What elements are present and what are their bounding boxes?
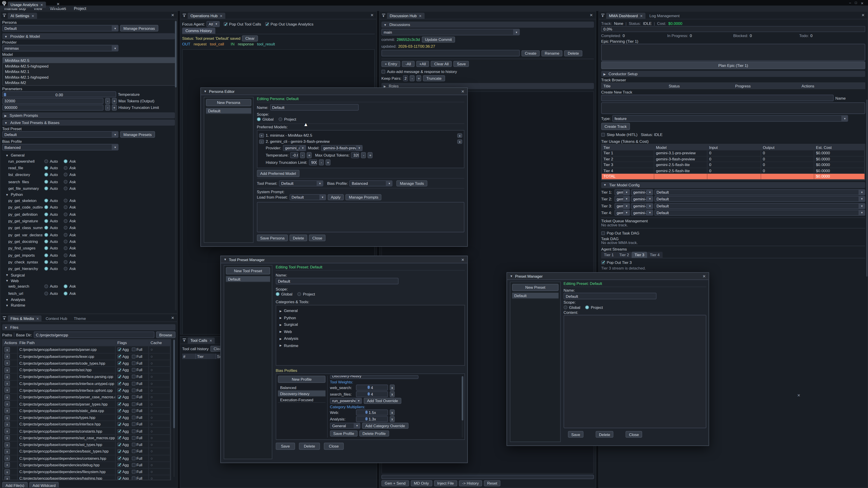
ask-radio[interactable] — [64, 260, 68, 264]
category-item[interactable]: ▶General — [278, 307, 463, 314]
full-checkbox[interactable] — [131, 361, 135, 365]
dialog-close-icon[interactable]: ✕ — [461, 90, 464, 94]
auto-radio[interactable] — [44, 159, 48, 163]
dialog-close-icon[interactable]: ✕ — [703, 274, 706, 279]
scope-project-radio[interactable] — [298, 292, 301, 296]
remove-file-button[interactable]: x — [4, 354, 10, 359]
category-item[interactable]: ▶Analysis — [278, 335, 463, 342]
ask-radio[interactable] — [64, 213, 68, 216]
minus-all-button[interactable]: -All — [402, 61, 414, 67]
agg-checkbox[interactable] — [117, 449, 121, 453]
decrement-button[interactable]: - — [361, 152, 366, 158]
tab-mma-dashboard[interactable]: MMA Dashboard✕ — [606, 13, 646, 19]
web-search-weight-slider[interactable]: 4 — [356, 384, 388, 390]
inject-file-button[interactable]: Inject File — [434, 480, 457, 486]
pm-model-dropdown[interactable]: gemini-3-flash-preview▼ — [321, 145, 363, 151]
files-section[interactable]: ▼Files — [2, 324, 176, 330]
track-description-textarea[interactable] — [601, 102, 865, 114]
full-checkbox[interactable] — [131, 375, 135, 379]
tab-close-icon[interactable]: ✕ — [36, 317, 39, 320]
remove-file-button[interactable]: x — [4, 435, 10, 441]
manage-personas-button[interactable]: Manage Personas — [120, 25, 158, 31]
panel-close-icon[interactable]: ✕ — [171, 13, 174, 18]
decrement-button[interactable]: - — [105, 105, 110, 111]
create-discussion-button[interactable]: Create — [522, 50, 540, 56]
menu-item-project[interactable]: Project — [74, 6, 86, 11]
tab-close-icon[interactable]: ✕ — [31, 14, 34, 18]
minimize-icon[interactable]: – — [849, 1, 851, 5]
close-button[interactable]: Close — [626, 431, 642, 437]
ask-radio[interactable] — [64, 219, 68, 223]
full-checkbox[interactable] — [131, 436, 135, 440]
full-checkbox[interactable] — [131, 422, 135, 426]
new-persona-button[interactable]: New Persona — [206, 99, 251, 106]
save-button[interactable]: Save — [276, 443, 295, 450]
pe-bias-profile-dropdown[interactable]: Balanced▼ — [349, 180, 393, 186]
move-up-button[interactable]: + — [259, 133, 264, 138]
to-history-button[interactable]: -> History — [459, 480, 482, 486]
discussion-name-input[interactable] — [381, 50, 520, 56]
scope-global-radio[interactable] — [257, 117, 260, 121]
agg-checkbox[interactable] — [117, 368, 121, 372]
full-checkbox[interactable] — [131, 429, 135, 433]
update-commit-button[interactable]: Update Commit — [422, 37, 455, 43]
full-checkbox[interactable] — [131, 463, 135, 467]
dialog-close-icon[interactable]: ✕ — [461, 258, 464, 262]
remove-model-button[interactable]: x — [457, 139, 462, 144]
full-checkbox[interactable] — [131, 470, 135, 474]
auto-radio[interactable] — [44, 186, 48, 190]
auto-radio[interactable] — [44, 180, 48, 184]
auto-add-checkbox[interactable] — [381, 69, 385, 73]
ask-radio[interactable] — [64, 253, 68, 257]
persona-name-input[interactable]: Default — [270, 104, 359, 110]
delete-discussion-button[interactable]: Delete — [564, 50, 582, 56]
tool-group-python[interactable]: ▼Python — [2, 192, 175, 197]
agg-checkbox[interactable] — [117, 409, 121, 413]
tpm-titlebar[interactable]: ▼ Tool Preset Manager ✕ — [221, 256, 467, 263]
scope-project-radio[interactable] — [278, 117, 282, 121]
persona-dropdown[interactable]: Default▼ — [2, 25, 119, 31]
save-button[interactable]: Save — [568, 431, 583, 437]
clear-all-button[interactable]: Clear All — [431, 61, 452, 67]
bias-profile-item[interactable]: Balanced — [278, 385, 326, 391]
agg-checkbox[interactable] — [117, 477, 121, 480]
ask-radio[interactable] — [64, 173, 68, 177]
remove-file-button[interactable]: x — [4, 455, 10, 461]
ask-radio[interactable] — [64, 186, 68, 190]
focus-agent-dropdown[interactable]: All▼ — [206, 21, 220, 27]
auto-radio[interactable] — [44, 267, 48, 271]
panel-close-icon[interactable]: ✕ — [57, 2, 60, 7]
pm-titlebar[interactable]: ▼ Preset Manager ✕ — [507, 273, 708, 280]
system-prompt-textarea[interactable] — [257, 202, 464, 232]
profile-name-input[interactable]: Discovery-Heavy — [330, 375, 418, 379]
remove-file-button[interactable]: x — [4, 449, 10, 454]
agent-stream-tab[interactable]: Tier 4 — [647, 252, 662, 258]
bias-profile-item[interactable]: Discovery-Heavy — [278, 391, 326, 397]
tab-close-icon[interactable]: ✕ — [40, 3, 43, 6]
plus-all-button[interactable]: +All — [416, 61, 429, 67]
ask-radio[interactable] — [64, 159, 68, 163]
preset-content-textarea[interactable] — [563, 315, 706, 428]
tier-model-dropdown[interactable]: gemini-3-flash-p▼ — [631, 196, 653, 202]
remove-file-button[interactable]: x — [4, 422, 10, 427]
agg-checkbox[interactable] — [117, 443, 121, 447]
tool-group-surgical[interactable]: ▼Surgical — [2, 272, 175, 278]
full-checkbox[interactable] — [131, 368, 135, 372]
auto-radio[interactable] — [44, 173, 48, 177]
tab-usage-analytics[interactable]: Usage Analytics✕ — [8, 2, 46, 8]
persona-editor-titlebar[interactable]: ▼ Persona Editor ✕ — [201, 88, 467, 95]
agg-checkbox[interactable] — [117, 429, 121, 433]
preset-name-input[interactable]: Default — [563, 293, 656, 299]
save-persona-button[interactable]: Save Persona — [257, 234, 288, 241]
tier-model-config-section[interactable]: ▼Tier Model Config — [601, 182, 865, 188]
discussion-dropdown[interactable]: main▼ — [381, 29, 520, 35]
keep-pairs-input[interactable]: 2 — [403, 75, 408, 81]
new-preset-button[interactable]: New Preset — [512, 284, 559, 291]
system-prompts-section[interactable]: ▶System Prompts — [2, 112, 175, 119]
agent-stream-tab[interactable]: Tier 3 — [632, 252, 647, 258]
pm-temperature-input[interactable]: -0.0 — [290, 152, 299, 158]
full-checkbox[interactable] — [131, 477, 135, 480]
ask-radio[interactable] — [64, 267, 68, 271]
scope-global-radio[interactable] — [276, 292, 280, 296]
delete-profile-button[interactable]: Delete Profile — [359, 430, 389, 436]
